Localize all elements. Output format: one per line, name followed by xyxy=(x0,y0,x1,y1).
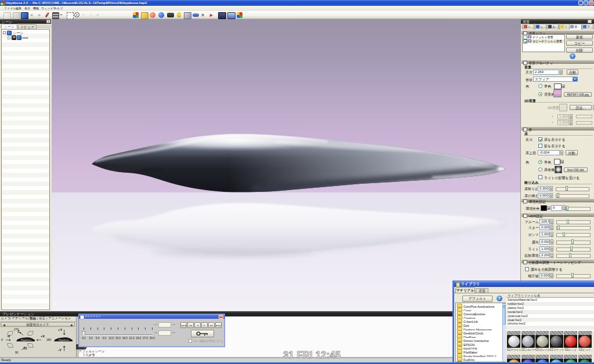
svg-text:Hayabusa: Hayabusa xyxy=(59,338,70,341)
